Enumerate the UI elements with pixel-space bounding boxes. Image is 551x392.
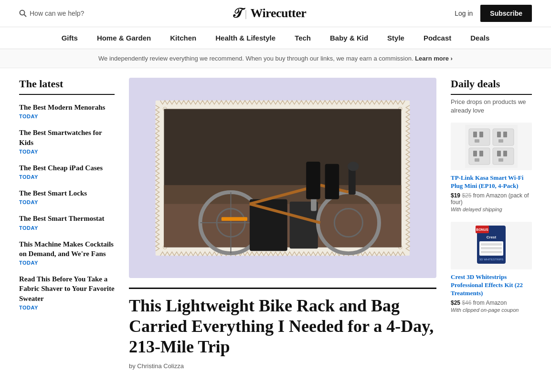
list-item: The Best Smart Locks TODAY bbox=[19, 188, 115, 205]
nyt-logo: 𝒯 bbox=[233, 6, 241, 21]
banner-text: We independently review everything we re… bbox=[98, 55, 413, 62]
svg-rect-31 bbox=[479, 132, 483, 137]
nav-item-kitchen[interactable]: Kitchen bbox=[160, 27, 206, 49]
search-icon bbox=[19, 10, 27, 17]
daily-deals-title: Daily deals bbox=[451, 78, 532, 95]
deal-price-plugs: $19 $25 from Amazon (pack of four) bbox=[451, 192, 532, 206]
main-layout: The latest The Best Modern Menorahs TODA… bbox=[0, 68, 551, 379]
daily-deals-subtitle: Price drops on products we already love bbox=[451, 98, 532, 115]
svg-rect-35 bbox=[503, 132, 507, 137]
article-date: TODAY bbox=[19, 174, 115, 180]
svg-point-23 bbox=[348, 161, 359, 171]
article-link[interactable]: The Best Cheap iPad Cases bbox=[19, 163, 115, 173]
article-link[interactable]: The Best Modern Menorahs bbox=[19, 103, 115, 112]
article-link[interactable]: The Best Smart Locks bbox=[19, 188, 115, 198]
list-item: The Best Modern Menorahs TODAY bbox=[19, 103, 115, 119]
hero-image-container bbox=[129, 78, 436, 278]
main-nav: Gifts Home & Garden Kitchen Health & Lif… bbox=[0, 27, 551, 49]
search-placeholder: How can we help? bbox=[30, 10, 84, 17]
site-logo[interactable]: 𝒯 | Wirecutter bbox=[233, 6, 306, 21]
logo-separator: | bbox=[245, 7, 247, 20]
list-item: The Best Smartwatches for Kids TODAY bbox=[19, 128, 115, 155]
login-button[interactable]: Log in bbox=[455, 10, 473, 17]
svg-rect-43 bbox=[503, 151, 507, 156]
list-item: The Best Cheap iPad Cases TODAY bbox=[19, 163, 115, 180]
svg-point-0 bbox=[20, 10, 25, 15]
hero-section: This Lightweight Bike Rack and Bag Carri… bbox=[129, 78, 436, 370]
svg-rect-32 bbox=[475, 139, 479, 143]
learn-more-link[interactable]: Learn more › bbox=[415, 55, 453, 62]
list-item: This Machine Makes Cocktails on Demand, … bbox=[19, 239, 115, 266]
svg-rect-41 bbox=[493, 148, 514, 165]
search-bar[interactable]: How can we help? bbox=[19, 10, 84, 17]
hero-image[interactable] bbox=[146, 91, 420, 265]
daily-deals-sidebar: Daily deals Price drops on products we a… bbox=[451, 78, 532, 370]
deal-source: from Amazon bbox=[473, 299, 507, 306]
svg-rect-29 bbox=[469, 129, 490, 145]
hero-title[interactable]: This Lightweight Bike Rack and Bag Carri… bbox=[129, 288, 436, 358]
svg-rect-25 bbox=[306, 161, 320, 199]
deal-item: TP-Link Kasa Smart Wi-Fi Plug Mini (EP10… bbox=[451, 123, 532, 212]
list-item: Read This Before You Take a Fabric Shave… bbox=[19, 274, 115, 310]
wirecutter-logo-text: Wirecutter bbox=[251, 6, 307, 21]
article-link[interactable]: This Machine Makes Cocktails on Demand, … bbox=[19, 239, 115, 259]
deal-original-price: $46 bbox=[462, 299, 471, 306]
svg-rect-34 bbox=[497, 132, 501, 137]
list-item: The Best Smart Thermostat TODAY bbox=[19, 214, 115, 230]
deal-shipping-plugs: With delayed shipping bbox=[451, 206, 532, 212]
deal-link-crest[interactable]: Crest 3D Whitestrips Professional Effect… bbox=[451, 273, 532, 298]
nav-item-health-lifestyle[interactable]: Health & Lifestyle bbox=[206, 27, 285, 49]
svg-rect-52 bbox=[481, 247, 502, 249]
article-date: TODAY bbox=[19, 305, 115, 310]
subscribe-button[interactable]: Subscribe bbox=[480, 5, 532, 22]
svg-text:BONUS: BONUS bbox=[476, 228, 488, 231]
nav-item-podcast[interactable]: Podcast bbox=[414, 27, 461, 49]
svg-rect-15 bbox=[250, 199, 287, 250]
header-actions: Log in Subscribe bbox=[455, 5, 532, 22]
article-date: TODAY bbox=[19, 260, 115, 266]
svg-rect-51 bbox=[481, 243, 502, 246]
nav-item-gifts[interactable]: Gifts bbox=[52, 27, 87, 49]
latest-sidebar: The latest The Best Modern Menorahs TODA… bbox=[19, 78, 115, 370]
nav-item-deals[interactable]: Deals bbox=[461, 27, 499, 49]
svg-rect-27 bbox=[222, 217, 247, 221]
svg-rect-30 bbox=[473, 132, 477, 137]
svg-text:Crest: Crest bbox=[487, 235, 497, 239]
sidebar-title: The latest bbox=[19, 78, 115, 95]
deal-image-crest: BONUS Crest 3D WHITESTRIPS bbox=[451, 222, 532, 269]
svg-rect-39 bbox=[479, 151, 483, 156]
deal-current-price: $19 bbox=[451, 192, 460, 199]
deal-price-crest: $25 $46 from Amazon bbox=[451, 299, 532, 306]
svg-text:3D WHITESTRIPS: 3D WHITESTRIPS bbox=[479, 258, 503, 261]
deal-current-price: $25 bbox=[451, 299, 460, 306]
deal-shipping-crest: With clipped on-page coupon bbox=[451, 307, 532, 313]
svg-rect-37 bbox=[469, 148, 490, 165]
svg-rect-44 bbox=[498, 158, 503, 162]
hero-byline: by Christina Colizza bbox=[129, 362, 436, 370]
article-date: TODAY bbox=[19, 113, 115, 119]
svg-line-1 bbox=[24, 15, 27, 17]
plugs-svg bbox=[465, 125, 518, 168]
nav-item-baby-kid[interactable]: Baby & Kid bbox=[320, 27, 378, 49]
article-date: TODAY bbox=[19, 199, 115, 205]
deal-item: BONUS Crest 3D WHITESTRIPS Crest 3D Whit… bbox=[451, 222, 532, 313]
site-header: How can we help? 𝒯 | Wirecutter Log in S… bbox=[0, 0, 551, 27]
affiliate-banner: We independently review everything we re… bbox=[0, 49, 551, 68]
nav-item-tech[interactable]: Tech bbox=[285, 27, 320, 49]
article-link[interactable]: The Best Smartwatches for Kids bbox=[19, 128, 115, 147]
nav-item-home-garden[interactable]: Home & Garden bbox=[87, 27, 160, 49]
svg-rect-33 bbox=[493, 129, 514, 145]
svg-rect-36 bbox=[498, 139, 503, 143]
deal-link-plugs[interactable]: TP-Link Kasa Smart Wi-Fi Plug Mini (EP10… bbox=[451, 174, 532, 190]
svg-rect-40 bbox=[475, 158, 479, 162]
crest-svg: BONUS Crest 3D WHITESTRIPS bbox=[465, 223, 518, 268]
article-date: TODAY bbox=[19, 149, 115, 155]
article-link[interactable]: Read This Before You Take a Fabric Shave… bbox=[19, 274, 115, 303]
nav-item-style[interactable]: Style bbox=[378, 27, 414, 49]
deal-original-price: $25 bbox=[462, 192, 471, 199]
article-link[interactable]: The Best Smart Thermostat bbox=[19, 214, 115, 223]
svg-rect-38 bbox=[473, 151, 477, 156]
svg-rect-26 bbox=[325, 164, 339, 199]
deal-image-plugs bbox=[451, 123, 532, 170]
svg-rect-42 bbox=[497, 151, 501, 156]
